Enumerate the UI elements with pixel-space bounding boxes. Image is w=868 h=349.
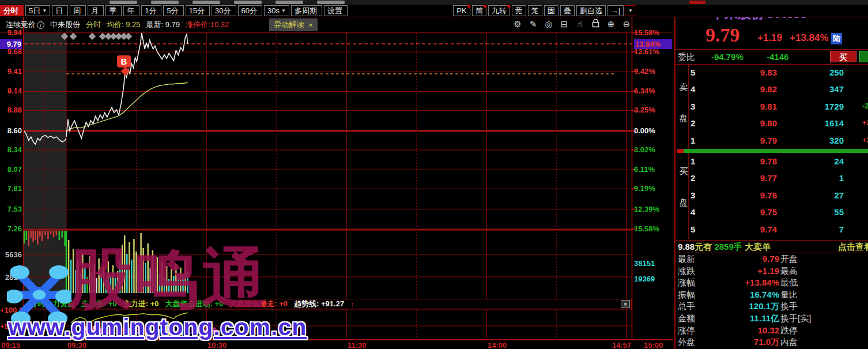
- tool-tab[interactable]: 竞: [512, 5, 526, 16]
- period-tab[interactable]: 多周期: [291, 5, 322, 16]
- stat-label: 总手: [678, 301, 695, 312]
- tool-tab[interactable]: 九转: [488, 5, 510, 16]
- buy-order-row[interactable]: 2 9.77 1: [689, 170, 868, 187]
- order-volume: 347: [829, 84, 844, 94]
- tool-tab-group: PK 简 九转 竞 笼 固 叠: [453, 5, 607, 16]
- pen-icon[interactable]: ✎: [528, 19, 538, 29]
- sell-order-row[interactable]: 2 9.80 1614 +22: [689, 115, 868, 132]
- buy-ratio-segment: [677, 149, 684, 153]
- event-diamond-icon: [125, 33, 133, 40]
- toolbar-more-button[interactable]: ▼: [625, 5, 636, 16]
- divider: [675, 240, 868, 241]
- tool-tab[interactable]: 笼: [528, 5, 542, 16]
- period-tab[interactable]: 5分: [163, 5, 183, 16]
- hk-connect-badge: 陆: [831, 33, 842, 44]
- stats-row: 振幅 16.74% 量比 4.87: [675, 290, 868, 302]
- period-tab[interactable]: 1分: [141, 5, 161, 16]
- stat-label: 最高: [780, 266, 798, 277]
- period-tab[interactable]: 30s ▼: [264, 5, 289, 16]
- order-price: 9.79: [760, 136, 777, 145]
- stat-label: 跌停: [780, 325, 798, 336]
- gear-icon[interactable]: ⚙: [512, 19, 523, 29]
- sell-order-row[interactable]: 3 9.81 1729 -2: [689, 99, 868, 115]
- drawer-icon[interactable]: ⊟: [559, 19, 569, 29]
- order-level: 2: [690, 173, 695, 183]
- big-order-lots: 2859手: [714, 242, 742, 252]
- tool-tab[interactable]: 简: [472, 5, 486, 16]
- big-order-banner[interactable]: 9.88元有 2859手 大卖单 点击查看: [678, 242, 771, 253]
- eye-icon[interactable]: ◎: [544, 19, 554, 29]
- view-details-link[interactable]: 点击查看: [838, 242, 868, 253]
- sell-order-book: 5 9.83 250 4 9.82 347 3 9.81 1729 -2 2 9…: [689, 65, 868, 149]
- tab-news-interpretation[interactable]: 异动解读 ×: [269, 18, 318, 31]
- tool-tab-label: PK: [456, 6, 466, 15]
- stat-label: 内盘: [780, 337, 798, 348]
- top-menu-strip: [0, 0, 868, 5]
- big-order-text: 大卖单: [742, 242, 771, 252]
- chevron-down-icon: ▼: [281, 8, 286, 13]
- last-price: 9.79: [705, 24, 740, 46]
- period-tab-label: 月: [91, 6, 99, 16]
- zoom-in-icon[interactable]: ⊕: [606, 19, 616, 29]
- period-tab-group: 分时 5日 ▼ 日 周 月 季 年: [0, 5, 349, 16]
- menu-fragment: [317, 1, 345, 4]
- menu-fragment: [276, 1, 303, 4]
- stat-label: 换手: [780, 301, 798, 312]
- sell-order-row[interactable]: 4 9.82 347: [689, 81, 868, 98]
- dock-right-button[interactable]: →|: [607, 5, 624, 16]
- period-tab[interactable]: 季: [105, 5, 122, 16]
- stats-row: 金额 11.11亿 换手[实] 15.69%: [675, 313, 868, 325]
- stat-value: 9.79: [763, 254, 779, 264]
- period-tab[interactable]: 5日 ▼: [25, 5, 50, 16]
- menu-fragment: [689, 1, 705, 4]
- sell-order-row[interactable]: 1 9.79 320 +28: [689, 133, 868, 149]
- close-icon[interactable]: ×: [308, 21, 313, 29]
- buy-side-label: 盘: [679, 197, 688, 208]
- order-level: 1: [690, 156, 695, 166]
- tool-tab[interactable]: 叠: [560, 5, 575, 16]
- buy-order-row[interactable]: 1 9.78 24: [689, 153, 868, 170]
- buy-order-row[interactable]: 3 9.76 27: [689, 187, 868, 204]
- buy-order-row[interactable]: 5 9.74 7: [689, 222, 868, 238]
- period-tab[interactable]: 日: [52, 5, 68, 16]
- tool-tab[interactable]: 固: [544, 5, 558, 16]
- order-volume: 1614: [825, 118, 844, 128]
- order-delta: -2: [862, 102, 868, 110]
- period-tab[interactable]: 15分: [186, 5, 210, 16]
- fund-flow-item: 主力撤: +0: [81, 299, 117, 309]
- lock-icon[interactable]: [590, 19, 601, 29]
- period-tab[interactable]: 30分: [212, 5, 236, 16]
- zoom-out-icon[interactable]: ⊖: [621, 19, 632, 29]
- sell-button[interactable]: 卖: [859, 51, 868, 62]
- buy-order-row[interactable]: 4 9.75 55: [689, 204, 868, 221]
- statusbar-close-icon[interactable]: ×: [621, 300, 630, 308]
- fund-flow-item: 大盘资金撤走: +0: [229, 299, 288, 309]
- fund-flow-item: ↑: [350, 300, 354, 309]
- order-delta: +28: [862, 136, 868, 144]
- period-tab-label: 15分: [189, 6, 205, 16]
- stat-label: 最新: [678, 254, 695, 265]
- stat-label: 涨停: [678, 325, 695, 336]
- tool-tab-label: 固: [548, 6, 555, 16]
- tool-tab[interactable]: PK: [453, 5, 470, 16]
- order-volume: 250: [829, 67, 844, 77]
- period-tab[interactable]: 60分: [238, 5, 262, 16]
- menu-fragment: [151, 1, 179, 4]
- stat-value: 10.32: [757, 325, 779, 335]
- price-change-pct: +13.84%: [790, 32, 829, 44]
- tool-tab[interactable]: 删自选: [576, 5, 606, 16]
- period-tab[interactable]: 分时: [0, 5, 24, 16]
- period-tab-label: 分时: [3, 6, 18, 16]
- period-tab[interactable]: 周: [70, 5, 86, 16]
- info-icon[interactable]: i: [37, 21, 44, 29]
- new-corner-badge: [466, 5, 470, 9]
- sell-order-row[interactable]: 5 9.83 250: [689, 65, 868, 81]
- buy-button[interactable]: 买: [830, 51, 856, 62]
- price-line: [66, 33, 188, 138]
- period-tab[interactable]: 设置: [324, 5, 348, 16]
- order-price: 9.75: [760, 207, 777, 217]
- period-tab[interactable]: 月: [88, 5, 104, 16]
- period-tab[interactable]: 年: [123, 5, 139, 16]
- limit-up-price-label: 涨停价:10.32: [186, 20, 229, 30]
- hand-icon[interactable]: ☝: [575, 19, 585, 29]
